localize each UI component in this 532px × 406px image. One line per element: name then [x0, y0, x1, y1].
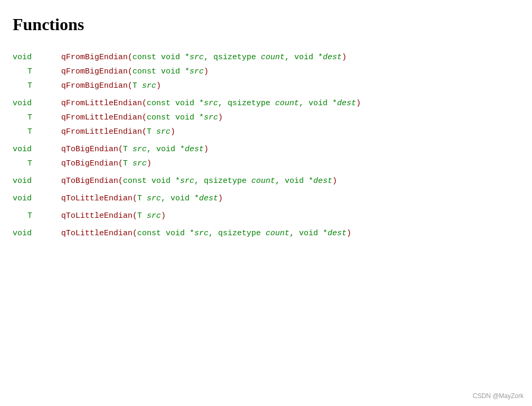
- table-row: voidqToBigEndian(const void *src, qsizet…: [13, 174, 519, 188]
- func-signature: qFromLittleEndian(T src): [61, 125, 519, 139]
- func-signature: qToLittleEndian(T src): [61, 209, 519, 223]
- return-type: T: [13, 209, 61, 223]
- watermark-label: CSDN @MayZork: [473, 392, 524, 400]
- return-type: T: [13, 156, 61, 171]
- return-type: void: [13, 174, 61, 188]
- return-type: void: [13, 191, 61, 206]
- table-row: TqFromBigEndian(const void *src): [13, 64, 519, 79]
- func-signature: qToBigEndian(T src): [61, 156, 519, 171]
- func-signature: qFromBigEndian(const void *src): [61, 64, 519, 79]
- table-row: TqFromBigEndian(T src): [13, 79, 519, 93]
- func-signature: qFromLittleEndian(const void *src, qsize…: [61, 96, 519, 110]
- table-row: TqToBigEndian(T src): [13, 156, 519, 171]
- func-signature: qFromLittleEndian(const void *src): [61, 110, 519, 125]
- func-signature: qToBigEndian(const void *src, qsizetype …: [61, 174, 519, 188]
- func-signature: qFromBigEndian(T src): [61, 79, 519, 93]
- functions-table: voidqFromBigEndian(const void *src, qsiz…: [13, 50, 519, 241]
- page-title: Functions: [13, 15, 519, 34]
- return-type: T: [13, 110, 61, 125]
- return-type: T: [13, 79, 61, 93]
- return-type: void: [13, 50, 61, 64]
- table-row: TqFromLittleEndian(const void *src): [13, 110, 519, 125]
- table-row: TqFromLittleEndian(T src): [13, 125, 519, 139]
- table-row: voidqToLittleEndian(const void *src, qsi…: [13, 226, 519, 241]
- return-type: T: [13, 64, 61, 79]
- return-type: T: [13, 125, 61, 139]
- func-signature: qToLittleEndian(const void *src, qsizety…: [61, 226, 519, 241]
- func-signature: qToBigEndian(T src, void *dest): [61, 142, 519, 156]
- return-type: void: [13, 142, 61, 156]
- func-signature: qFromBigEndian(const void *src, qsizetyp…: [61, 50, 519, 64]
- table-row: voidqToLittleEndian(T src, void *dest): [13, 191, 519, 206]
- table-row: voidqFromLittleEndian(const void *src, q…: [13, 96, 519, 110]
- table-row: TqToLittleEndian(T src): [13, 209, 519, 223]
- table-row: voidqToBigEndian(T src, void *dest): [13, 142, 519, 156]
- table-row: voidqFromBigEndian(const void *src, qsiz…: [13, 50, 519, 64]
- func-signature: qToLittleEndian(T src, void *dest): [61, 191, 519, 206]
- return-type: void: [13, 96, 61, 110]
- return-type: void: [13, 226, 61, 241]
